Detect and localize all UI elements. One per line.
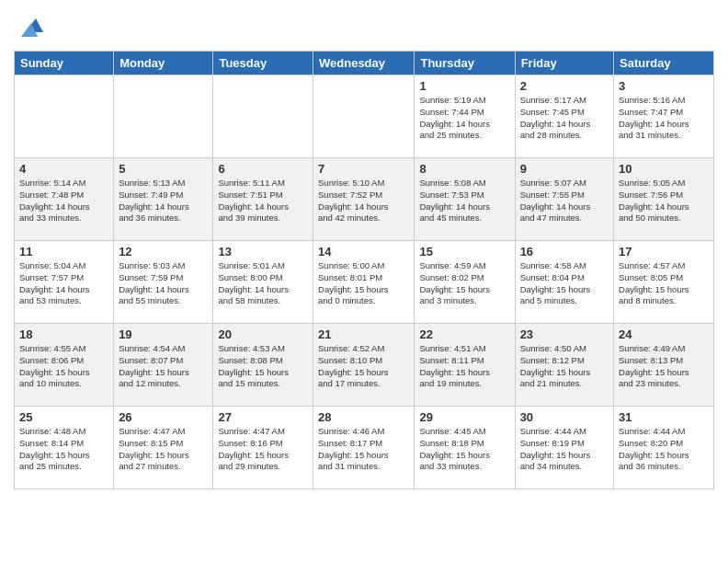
day-info: Sunrise: 4:48 AM Sunset: 8:14 PM Dayligh… [19, 426, 108, 473]
week-row-3: 11Sunrise: 5:04 AM Sunset: 7:57 PM Dayli… [15, 241, 714, 324]
calendar-cell: 11Sunrise: 5:04 AM Sunset: 7:57 PM Dayli… [15, 241, 114, 324]
weekday-header-monday: Monday [114, 52, 213, 75]
calendar-cell: 30Sunrise: 4:44 AM Sunset: 8:19 PM Dayli… [515, 407, 613, 489]
day-info: Sunrise: 5:07 AM Sunset: 7:55 PM Dayligh… [520, 178, 609, 224]
day-info: Sunrise: 4:44 AM Sunset: 8:20 PM Dayligh… [619, 426, 709, 473]
day-info: Sunrise: 5:05 AM Sunset: 7:56 PM Dayligh… [619, 178, 709, 224]
calendar-cell: 9Sunrise: 5:07 AM Sunset: 7:55 PM Daylig… [515, 158, 613, 241]
calendar-cell: 21Sunrise: 4:52 AM Sunset: 8:10 PM Dayli… [313, 324, 415, 407]
day-number: 2 [520, 79, 609, 93]
day-info: Sunrise: 4:51 AM Sunset: 8:11 PM Dayligh… [419, 343, 509, 390]
calendar-cell: 29Sunrise: 4:45 AM Sunset: 8:18 PM Dayli… [415, 407, 515, 489]
calendar-cell: 27Sunrise: 4:47 AM Sunset: 8:16 PM Dayli… [213, 407, 313, 489]
day-number: 7 [318, 162, 409, 176]
calendar-cell: 28Sunrise: 4:46 AM Sunset: 8:17 PM Dayli… [313, 407, 415, 489]
day-number: 3 [619, 79, 709, 93]
day-info: Sunrise: 5:01 AM Sunset: 8:00 PM Dayligh… [218, 260, 308, 307]
day-number: 23 [520, 327, 609, 341]
calendar-cell: 17Sunrise: 4:57 AM Sunset: 8:05 PM Dayli… [614, 241, 714, 324]
day-number: 11 [19, 245, 108, 259]
day-number: 29 [419, 410, 509, 424]
day-number: 18 [19, 327, 108, 341]
calendar-cell [313, 75, 415, 158]
calendar-cell: 6Sunrise: 5:11 AM Sunset: 7:51 PM Daylig… [213, 158, 313, 241]
calendar-cell: 10Sunrise: 5:05 AM Sunset: 7:56 PM Dayli… [614, 158, 714, 241]
day-number: 6 [218, 162, 308, 176]
calendar-cell: 2Sunrise: 5:17 AM Sunset: 7:45 PM Daylig… [515, 75, 613, 158]
weekday-header-saturday: Saturday [614, 52, 714, 75]
day-info: Sunrise: 4:57 AM Sunset: 8:05 PM Dayligh… [619, 260, 709, 307]
day-info: Sunrise: 5:13 AM Sunset: 7:49 PM Dayligh… [119, 178, 208, 224]
day-number: 19 [119, 327, 208, 341]
day-number: 10 [619, 162, 709, 176]
weekday-header-row: SundayMondayTuesdayWednesdayThursdayFrid… [15, 52, 714, 75]
calendar-cell: 7Sunrise: 5:10 AM Sunset: 7:52 PM Daylig… [313, 158, 415, 241]
day-number: 21 [318, 327, 409, 341]
week-row-1: 1Sunrise: 5:19 AM Sunset: 7:44 PM Daylig… [15, 75, 714, 158]
day-info: Sunrise: 5:00 AM Sunset: 8:01 PM Dayligh… [318, 260, 409, 307]
day-number: 1 [419, 79, 509, 93]
calendar-cell: 14Sunrise: 5:00 AM Sunset: 8:01 PM Dayli… [313, 241, 415, 324]
day-number: 30 [520, 410, 609, 424]
day-info: Sunrise: 5:03 AM Sunset: 7:59 PM Dayligh… [119, 260, 208, 307]
calendar-cell: 3Sunrise: 5:16 AM Sunset: 7:47 PM Daylig… [614, 75, 714, 158]
day-number: 8 [419, 162, 509, 176]
calendar-cell: 20Sunrise: 4:53 AM Sunset: 8:08 PM Dayli… [213, 324, 313, 407]
day-number: 16 [520, 245, 609, 259]
logo-icon [17, 14, 45, 41]
day-info: Sunrise: 4:52 AM Sunset: 8:10 PM Dayligh… [318, 343, 409, 390]
day-number: 9 [520, 162, 609, 176]
day-number: 31 [619, 410, 709, 424]
day-number: 20 [218, 327, 308, 341]
calendar-cell: 31Sunrise: 4:44 AM Sunset: 8:20 PM Dayli… [614, 407, 714, 489]
calendar-table: SundayMondayTuesdayWednesdayThursdayFrid… [14, 51, 714, 489]
day-number: 14 [318, 245, 409, 259]
day-info: Sunrise: 5:17 AM Sunset: 7:45 PM Dayligh… [520, 95, 609, 142]
day-info: Sunrise: 5:04 AM Sunset: 7:57 PM Dayligh… [19, 260, 108, 307]
day-info: Sunrise: 4:58 AM Sunset: 8:04 PM Dayligh… [520, 260, 609, 307]
day-info: Sunrise: 5:19 AM Sunset: 7:44 PM Dayligh… [419, 95, 509, 142]
calendar-cell: 18Sunrise: 4:55 AM Sunset: 8:06 PM Dayli… [15, 324, 114, 407]
day-number: 24 [619, 327, 709, 341]
calendar-cell: 26Sunrise: 4:47 AM Sunset: 8:15 PM Dayli… [114, 407, 213, 489]
calendar-cell: 25Sunrise: 4:48 AM Sunset: 8:14 PM Dayli… [15, 407, 114, 489]
day-info: Sunrise: 4:53 AM Sunset: 8:08 PM Dayligh… [218, 343, 308, 390]
day-info: Sunrise: 4:50 AM Sunset: 8:12 PM Dayligh… [520, 343, 609, 390]
day-info: Sunrise: 4:49 AM Sunset: 8:13 PM Dayligh… [619, 343, 709, 390]
calendar-cell [114, 75, 213, 158]
calendar-cell: 23Sunrise: 4:50 AM Sunset: 8:12 PM Dayli… [515, 324, 613, 407]
page-header [14, 14, 714, 41]
week-row-5: 25Sunrise: 4:48 AM Sunset: 8:14 PM Dayli… [15, 407, 714, 489]
day-number: 22 [419, 327, 509, 341]
day-number: 28 [318, 410, 409, 424]
calendar-cell: 19Sunrise: 4:54 AM Sunset: 8:07 PM Dayli… [114, 324, 213, 407]
calendar-cell: 4Sunrise: 5:14 AM Sunset: 7:48 PM Daylig… [15, 158, 114, 241]
calendar-cell [213, 75, 313, 158]
day-number: 25 [19, 410, 108, 424]
day-info: Sunrise: 4:47 AM Sunset: 8:16 PM Dayligh… [218, 426, 308, 473]
weekday-header-tuesday: Tuesday [213, 52, 313, 75]
week-row-4: 18Sunrise: 4:55 AM Sunset: 8:06 PM Dayli… [15, 324, 714, 407]
calendar-cell: 8Sunrise: 5:08 AM Sunset: 7:53 PM Daylig… [415, 158, 515, 241]
calendar-cell: 16Sunrise: 4:58 AM Sunset: 8:04 PM Dayli… [515, 241, 613, 324]
calendar-cell: 5Sunrise: 5:13 AM Sunset: 7:49 PM Daylig… [114, 158, 213, 241]
day-info: Sunrise: 4:45 AM Sunset: 8:18 PM Dayligh… [419, 426, 509, 473]
day-number: 12 [119, 245, 208, 259]
day-number: 5 [119, 162, 208, 176]
day-info: Sunrise: 4:55 AM Sunset: 8:06 PM Dayligh… [19, 343, 108, 390]
calendar-cell: 13Sunrise: 5:01 AM Sunset: 8:00 PM Dayli… [213, 241, 313, 324]
day-info: Sunrise: 4:47 AM Sunset: 8:15 PM Dayligh… [119, 426, 208, 473]
day-info: Sunrise: 4:46 AM Sunset: 8:17 PM Dayligh… [318, 426, 409, 473]
day-info: Sunrise: 5:14 AM Sunset: 7:48 PM Dayligh… [19, 178, 108, 224]
day-info: Sunrise: 4:54 AM Sunset: 8:07 PM Dayligh… [119, 343, 208, 390]
logo [14, 14, 45, 41]
day-info: Sunrise: 5:16 AM Sunset: 7:47 PM Dayligh… [619, 95, 709, 142]
day-number: 26 [119, 410, 208, 424]
day-number: 13 [218, 245, 308, 259]
day-info: Sunrise: 5:11 AM Sunset: 7:51 PM Dayligh… [218, 178, 308, 224]
day-info: Sunrise: 4:59 AM Sunset: 8:02 PM Dayligh… [419, 260, 509, 307]
day-info: Sunrise: 5:10 AM Sunset: 7:52 PM Dayligh… [318, 178, 409, 224]
day-number: 27 [218, 410, 308, 424]
calendar-cell: 15Sunrise: 4:59 AM Sunset: 8:02 PM Dayli… [415, 241, 515, 324]
calendar-cell: 22Sunrise: 4:51 AM Sunset: 8:11 PM Dayli… [415, 324, 515, 407]
